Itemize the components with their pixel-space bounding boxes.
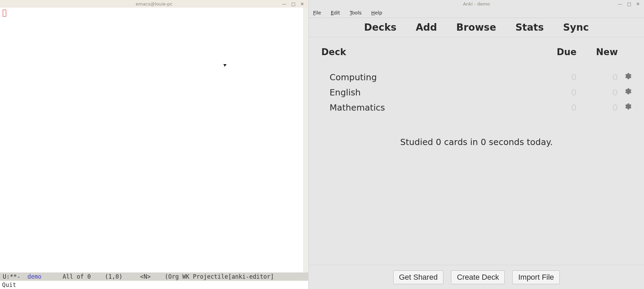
menu-help[interactable]: Help — [371, 10, 382, 16]
mouse-pointer-icon: ➤ — [222, 61, 228, 68]
emacs-body: ➤ — [0, 8, 308, 272]
anki-window-controls: — □ ✕ — [618, 0, 643, 8]
tab-add[interactable]: Add — [416, 22, 437, 33]
study-status: Studied 0 cards in 0 seconds today. — [321, 137, 632, 147]
menu-tools[interactable]: Tools — [350, 10, 362, 16]
deck-list-header: Deck Due New — [321, 47, 632, 57]
emacs-window: emacs@louie-pc — □ ✕ ➤ U:**- demo All of… — [0, 0, 309, 289]
deck-due-count: 0 — [535, 87, 577, 97]
menu-edit[interactable]: Edit — [331, 10, 340, 16]
anki-menubar: File Edit Tools Help — [309, 8, 644, 18]
column-deck: Deck — [321, 47, 535, 57]
minimize-icon[interactable]: — — [618, 2, 622, 6]
tab-decks[interactable]: Decks — [364, 22, 396, 33]
close-icon[interactable]: ✕ — [300, 2, 304, 6]
column-new: New — [577, 47, 618, 57]
tab-sync[interactable]: Sync — [563, 22, 589, 33]
deck-name[interactable]: Computing — [321, 72, 535, 82]
emacs-scrollbar[interactable] — [303, 8, 308, 272]
maximize-icon[interactable]: □ — [627, 2, 631, 6]
tab-stats[interactable]: Stats — [515, 22, 544, 33]
anki-titlebar: Anki - demo — □ ✕ — [309, 0, 644, 8]
maximize-icon[interactable]: □ — [291, 2, 296, 6]
gear-icon[interactable] — [618, 87, 632, 97]
deck-new-count: 0 — [577, 103, 618, 113]
menu-file[interactable]: File — [313, 10, 321, 16]
column-due: Due — [535, 47, 577, 57]
emacs-buffer[interactable]: ➤ — [0, 8, 303, 272]
gear-icon[interactable] — [618, 102, 632, 113]
deck-row: Mathematics 0 0 — [321, 100, 632, 115]
modeline-info: All of 0 (1,0) <N> (Org WK Projectile[an… — [42, 273, 274, 280]
emacs-title: emacs@louie-pc — [0, 1, 308, 7]
deck-new-count: 0 — [577, 72, 618, 82]
anki-content: Deck Due New Computing 0 0 English 0 0 — [309, 37, 644, 265]
modeline-buffer-name: demo — [28, 273, 42, 280]
gear-icon[interactable] — [618, 72, 632, 82]
emacs-window-controls: — □ ✕ — [282, 0, 307, 8]
deck-row: English 0 0 — [321, 85, 632, 100]
deck-new-count: 0 — [577, 87, 618, 97]
emacs-cursor — [3, 10, 6, 17]
emacs-modeline[interactable]: U:**- demo All of 0 (1,0) <N> (Org WK Pr… — [0, 272, 308, 281]
anki-footer: Get Shared Create Deck Import File — [309, 265, 644, 289]
emacs-titlebar: emacs@louie-pc — □ ✕ — [0, 0, 308, 8]
anki-tabs: Decks Add Browse Stats Sync — [309, 18, 644, 37]
deck-due-count: 0 — [535, 72, 577, 82]
get-shared-button[interactable]: Get Shared — [393, 270, 444, 284]
modeline-status: U:**- — [3, 273, 28, 280]
close-icon[interactable]: ✕ — [636, 2, 640, 6]
deck-name[interactable]: Mathematics — [321, 103, 535, 113]
emacs-echo-area[interactable]: Quit — [0, 281, 308, 289]
deck-name[interactable]: English — [321, 87, 535, 97]
deck-row: Computing 0 0 — [321, 70, 632, 85]
minimize-icon[interactable]: — — [282, 2, 287, 6]
tab-browse[interactable]: Browse — [456, 22, 496, 33]
create-deck-button[interactable]: Create Deck — [451, 270, 505, 284]
anki-window: Anki - demo — □ ✕ File Edit Tools Help D… — [309, 0, 644, 289]
import-file-button[interactable]: Import File — [512, 270, 560, 284]
anki-title: Anki - demo — [309, 1, 644, 7]
deck-due-count: 0 — [535, 103, 577, 113]
